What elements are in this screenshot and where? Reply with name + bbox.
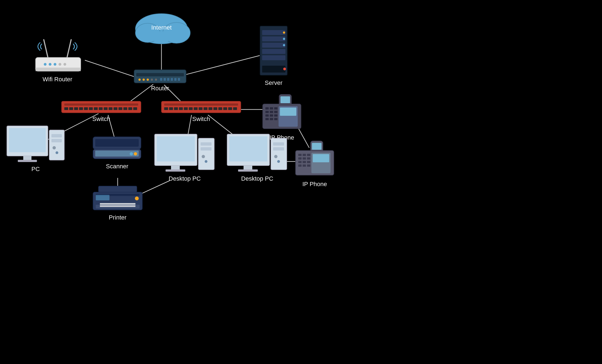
switch2-node: Switch — [161, 101, 241, 122]
svg-rect-30 — [178, 78, 180, 81]
svg-point-134 — [277, 160, 280, 163]
svg-rect-67 — [133, 107, 137, 110]
svg-rect-60 — [99, 107, 103, 110]
svg-rect-25 — [160, 78, 162, 81]
svg-rect-101 — [280, 108, 296, 116]
svg-rect-73 — [179, 107, 183, 110]
svg-rect-148 — [303, 164, 306, 167]
ip-phone2-node: IP Phone — [296, 141, 334, 187]
svg-point-115 — [134, 152, 137, 155]
switch1-node: Switch — [62, 101, 141, 122]
svg-rect-58 — [89, 107, 93, 110]
svg-rect-96 — [274, 114, 277, 117]
svg-point-48 — [283, 44, 285, 46]
svg-rect-152 — [99, 186, 137, 192]
svg-rect-39 — [36, 68, 81, 71]
svg-rect-80 — [213, 107, 217, 110]
router-label: Router — [151, 85, 169, 92]
svg-rect-107 — [51, 134, 62, 137]
svg-rect-79 — [209, 107, 212, 110]
desktop-pc1-label: Desktop PC — [169, 175, 201, 182]
svg-rect-136 — [312, 143, 322, 150]
wifi-router-label: Wifi Router — [43, 76, 73, 83]
svg-rect-19 — [136, 73, 184, 76]
svg-rect-86 — [280, 96, 290, 103]
svg-rect-159 — [96, 195, 109, 200]
svg-point-34 — [44, 63, 47, 66]
svg-point-109 — [53, 146, 56, 149]
svg-point-50 — [283, 68, 286, 70]
svg-rect-83 — [228, 107, 232, 110]
svg-rect-45 — [262, 55, 285, 60]
svg-rect-51 — [62, 101, 141, 113]
desktop-pc2-label: Desktop PC — [241, 175, 273, 182]
svg-rect-120 — [166, 169, 185, 172]
svg-rect-119 — [171, 166, 180, 170]
svg-rect-95 — [270, 114, 273, 117]
svg-rect-27 — [167, 78, 169, 81]
svg-rect-17 — [144, 31, 181, 41]
svg-rect-145 — [303, 161, 306, 163]
svg-rect-42 — [262, 36, 285, 41]
svg-rect-143 — [307, 157, 310, 160]
svg-rect-53 — [64, 107, 68, 110]
svg-rect-128 — [244, 166, 252, 170]
svg-rect-88 — [265, 107, 269, 109]
pc-node: PC — [7, 126, 64, 172]
svg-rect-56 — [79, 107, 83, 110]
svg-rect-157 — [100, 205, 135, 207]
router-node: Router — [134, 70, 186, 92]
svg-rect-127 — [229, 136, 267, 161]
svg-line-2 — [178, 53, 268, 77]
pc-label: PC — [31, 166, 40, 172]
svg-rect-103 — [9, 128, 46, 152]
internet-label: Internet — [151, 24, 172, 31]
svg-rect-122 — [201, 142, 212, 146]
desktop-pc1-node: Desktop PC — [155, 134, 214, 182]
svg-rect-93 — [274, 111, 277, 113]
svg-rect-29 — [174, 78, 176, 81]
svg-rect-129 — [238, 169, 258, 172]
svg-rect-59 — [94, 107, 98, 110]
svg-rect-142 — [303, 157, 306, 160]
svg-rect-89 — [270, 107, 273, 109]
svg-rect-65 — [123, 107, 127, 110]
printer-label: Printer — [109, 214, 127, 221]
svg-rect-61 — [104, 107, 108, 110]
svg-rect-74 — [184, 107, 188, 110]
svg-rect-90 — [274, 107, 277, 109]
svg-rect-139 — [303, 154, 306, 156]
svg-point-116 — [130, 152, 133, 155]
svg-rect-49 — [262, 66, 285, 73]
svg-rect-92 — [270, 111, 273, 113]
svg-rect-81 — [218, 107, 222, 110]
svg-rect-66 — [128, 107, 132, 110]
svg-rect-69 — [164, 103, 238, 106]
svg-rect-77 — [199, 107, 202, 110]
desktop-pc2-node: Desktop PC — [227, 134, 287, 182]
svg-rect-76 — [194, 107, 198, 110]
svg-rect-41 — [262, 30, 285, 35]
svg-point-125 — [205, 160, 207, 163]
svg-point-46 — [283, 31, 285, 34]
svg-line-32 — [67, 40, 71, 57]
svg-rect-99 — [274, 118, 277, 120]
svg-rect-84 — [233, 107, 237, 110]
svg-point-35 — [49, 63, 51, 66]
svg-rect-71 — [169, 107, 173, 110]
svg-rect-147 — [298, 164, 302, 167]
scanner-label: Scanner — [106, 163, 128, 170]
switch1-label: Switch — [92, 115, 110, 122]
svg-rect-146 — [307, 161, 310, 163]
scanner-node: Scanner — [93, 137, 141, 170]
svg-rect-43 — [262, 43, 285, 48]
svg-point-133 — [274, 155, 277, 158]
svg-rect-68 — [161, 101, 241, 113]
svg-rect-55 — [74, 107, 78, 110]
svg-point-47 — [283, 38, 285, 40]
svg-rect-151 — [313, 154, 329, 162]
svg-point-23 — [151, 79, 153, 81]
svg-rect-97 — [265, 118, 269, 120]
svg-rect-149 — [307, 164, 310, 167]
svg-rect-132 — [273, 147, 284, 151]
